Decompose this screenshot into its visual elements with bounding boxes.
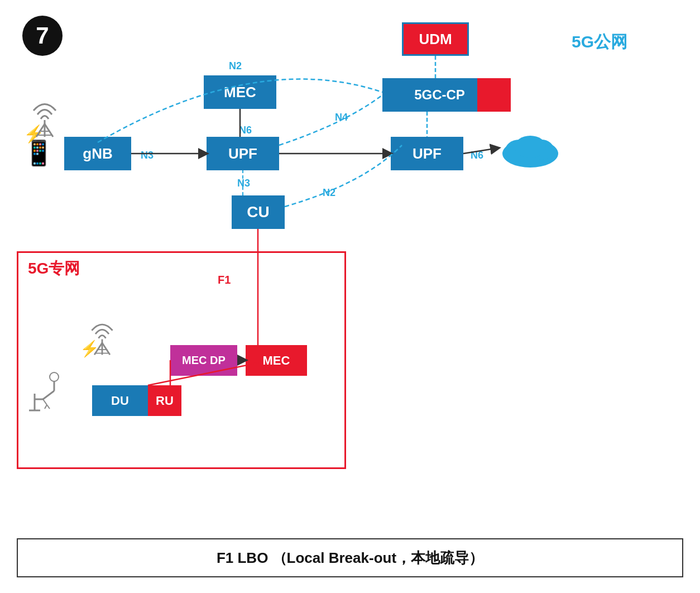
tower-private-icon [87,321,118,364]
udm-box: UDM [402,22,469,56]
gnb-box: gNB [64,137,131,170]
caption-text: F1 LBO （Local Break-out，本地疏导） [217,548,483,568]
ru-box: RU [148,385,181,416]
f1-label: F1 [218,274,231,286]
page-container: 7 5G公网 📱 ⚡ UDM 5GC-CP MEC gNB UPF UPF CU [0,0,700,593]
svg-line-17 [45,405,47,409]
mec-private-box: MEC [246,345,307,376]
upf-right-box: UPF [391,137,463,170]
label-private-network: 5G专网 [28,258,80,279]
bottom-caption: F1 LBO （Local Break-out，本地疏导） [17,538,683,577]
n2-top-label: N2 [229,60,242,72]
du-box: DU [92,385,148,416]
fivegc-cp-red-accent [477,78,511,112]
cu-box: CU [232,195,285,229]
mec-dp-box: MEC DP [170,345,237,376]
mec-top-box: MEC [204,75,276,109]
n6-mec-label: N6 [239,125,252,136]
svg-line-18 [47,405,50,409]
svg-point-22 [515,136,546,158]
n2-cu-label: N2 [323,187,335,199]
slide-number: 7 [22,16,63,56]
n4-label: N4 [335,112,348,123]
svg-point-10 [50,372,59,381]
upf-left-box: UPF [207,137,279,170]
label-public-network: 5G公网 [572,31,627,54]
n6-upf-label: N6 [471,150,483,161]
svg-line-16 [43,399,47,405]
svg-line-12 [43,391,54,399]
tower-top-icon [28,101,61,146]
robot-arm-icon [23,369,68,419]
n3-cu-label: N3 [237,178,250,189]
n3-gnb-label: N3 [141,150,154,161]
cloud-icon [497,126,564,173]
